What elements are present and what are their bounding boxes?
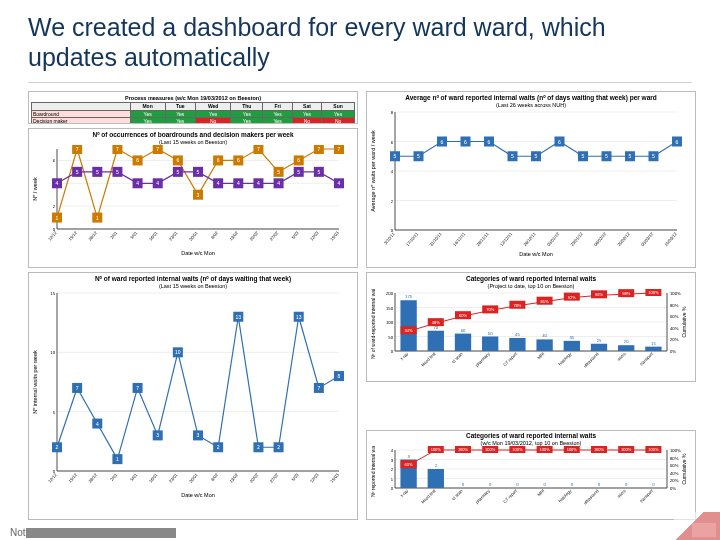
svg-text:1: 1: [96, 215, 99, 221]
svg-text:27/02: 27/02: [269, 230, 280, 242]
svg-text:98%: 98%: [622, 291, 630, 296]
avg-waits-line-chart: 024683/10/1117/10/1131/10/1114/11/1128/1…: [369, 108, 689, 258]
svg-text:5: 5: [197, 169, 200, 175]
svg-text:pharmacy: pharmacy: [474, 488, 491, 505]
svg-text:2: 2: [53, 204, 56, 209]
svg-text:4: 4: [56, 180, 59, 186]
svg-rect-234: [645, 347, 661, 351]
svg-text:100%: 100%: [648, 290, 659, 295]
svg-text:23/01/12: 23/01/12: [569, 231, 584, 247]
svg-text:30/01: 30/01: [188, 472, 199, 484]
svg-text:0: 0: [543, 482, 546, 487]
svg-text:3: 3: [197, 192, 200, 198]
svg-text:histology: histology: [557, 488, 573, 504]
svg-text:0: 0: [516, 482, 519, 487]
footer-greyed-icon: [26, 528, 176, 538]
svg-text:Date w/c Mon: Date w/c Mon: [181, 250, 215, 256]
svg-text:100%: 100%: [539, 447, 550, 452]
svg-text:100%: 100%: [512, 447, 523, 452]
svg-rect-289: [428, 469, 444, 488]
svg-text:15: 15: [50, 291, 55, 296]
svg-text:2: 2: [257, 444, 260, 450]
svg-text:4: 4: [277, 180, 280, 186]
process-measures-table: MonTueWedThuFriSatSunBoardroundYesYesYes…: [31, 102, 355, 124]
svg-text:4: 4: [136, 180, 139, 186]
svg-text:40%: 40%: [670, 471, 679, 476]
svg-text:12/03: 12/03: [309, 472, 320, 484]
svg-text:14/11/11: 14/11/11: [452, 231, 467, 247]
svg-text:Date w/c Mon: Date w/c Mon: [181, 492, 215, 498]
svg-text:100: 100: [386, 320, 394, 325]
svg-text:4: 4: [156, 180, 159, 186]
svg-text:3: 3: [156, 433, 159, 439]
svg-text:85%: 85%: [541, 299, 549, 304]
svg-text:7: 7: [76, 146, 79, 152]
svg-text:23/01: 23/01: [168, 230, 179, 242]
svg-text:5: 5: [394, 153, 397, 159]
svg-text:6/02: 6/02: [210, 230, 220, 240]
svg-text:100%: 100%: [594, 447, 605, 452]
categories-bar-chart-panel: Categories of ward reported internal wai…: [366, 272, 696, 382]
svg-text:13/02: 13/02: [228, 230, 239, 242]
svg-text:5: 5: [652, 153, 655, 159]
svg-text:7: 7: [156, 146, 159, 152]
svg-text:25: 25: [597, 338, 602, 343]
svg-text:35: 35: [569, 335, 574, 340]
svg-text:5: 5: [511, 153, 514, 159]
svg-text:60%: 60%: [670, 314, 679, 319]
svg-text:4: 4: [96, 421, 99, 427]
svg-text:2: 2: [435, 463, 438, 468]
svg-text:100%: 100%: [621, 447, 632, 452]
svg-text:9/01: 9/01: [129, 230, 139, 240]
svg-rect-230: [591, 344, 607, 351]
boardround-line-chart-panel: Nº of occurrences of boardrounds and dec…: [28, 128, 358, 268]
svg-text:9/01: 9/01: [129, 472, 139, 482]
svg-text:78%: 78%: [513, 303, 521, 308]
svg-rect-218: [428, 331, 444, 351]
corner-brand-icon: [674, 512, 720, 540]
svg-text:micro: micro: [616, 488, 627, 499]
svg-text:20/02/12: 20/02/12: [616, 231, 631, 247]
svg-text:80%: 80%: [670, 456, 679, 461]
svg-text:MRI: MRI: [536, 351, 545, 360]
svg-text:Cumulative %: Cumulative %: [681, 453, 687, 484]
svg-text:12/12/11: 12/12/11: [499, 231, 514, 247]
svg-text:19/12: 19/12: [67, 230, 78, 242]
chart-title: Categories of ward reported internal wai…: [369, 275, 693, 282]
svg-text:26/12: 26/12: [87, 230, 98, 242]
svg-text:12/12: 12/12: [47, 230, 58, 242]
svg-text:ct scan: ct scan: [451, 351, 464, 364]
svg-text:2: 2: [56, 444, 59, 450]
svg-text:pharmacy: pharmacy: [474, 351, 491, 368]
svg-text:19/12: 19/12: [67, 472, 78, 484]
svg-text:70%: 70%: [486, 308, 494, 313]
svg-text:27/02: 27/02: [269, 472, 280, 484]
svg-text:10: 10: [175, 349, 181, 355]
svg-text:Average nº waits per ward / we: Average nº waits per ward / week: [370, 130, 376, 212]
svg-text:100%: 100%: [431, 447, 442, 452]
svg-rect-226: [536, 340, 552, 352]
svg-text:100%: 100%: [458, 447, 469, 452]
svg-text:7: 7: [257, 146, 260, 152]
svg-text:6: 6: [217, 158, 220, 164]
svg-text:5: 5: [96, 169, 99, 175]
footer-text: Not: [10, 527, 176, 538]
svg-text:Cumulative %: Cumulative %: [681, 306, 687, 337]
svg-rect-232: [618, 345, 634, 351]
svg-text:5: 5: [535, 153, 538, 159]
svg-text:6: 6: [676, 139, 679, 145]
svg-text:5: 5: [605, 153, 608, 159]
svg-text:3: 3: [197, 433, 200, 439]
svg-text:Nº / week: Nº / week: [32, 177, 38, 201]
svg-text:CT report: CT report: [502, 488, 519, 505]
svg-text:2: 2: [391, 467, 394, 472]
svg-text:17/10/11: 17/10/11: [405, 231, 420, 247]
svg-text:0%: 0%: [670, 486, 676, 491]
avg-waits-line-chart-panel: Average nº of ward reported internal wai…: [366, 91, 696, 268]
svg-text:3: 3: [391, 458, 394, 463]
svg-text:06/02/12: 06/02/12: [593, 231, 608, 247]
svg-text:26/12: 26/12: [87, 472, 98, 484]
svg-text:Nº of ward-reported internal w: Nº of ward-reported internal waits: [370, 289, 376, 359]
svg-text:16/01: 16/01: [148, 472, 159, 484]
svg-text:23/01: 23/01: [168, 472, 179, 484]
